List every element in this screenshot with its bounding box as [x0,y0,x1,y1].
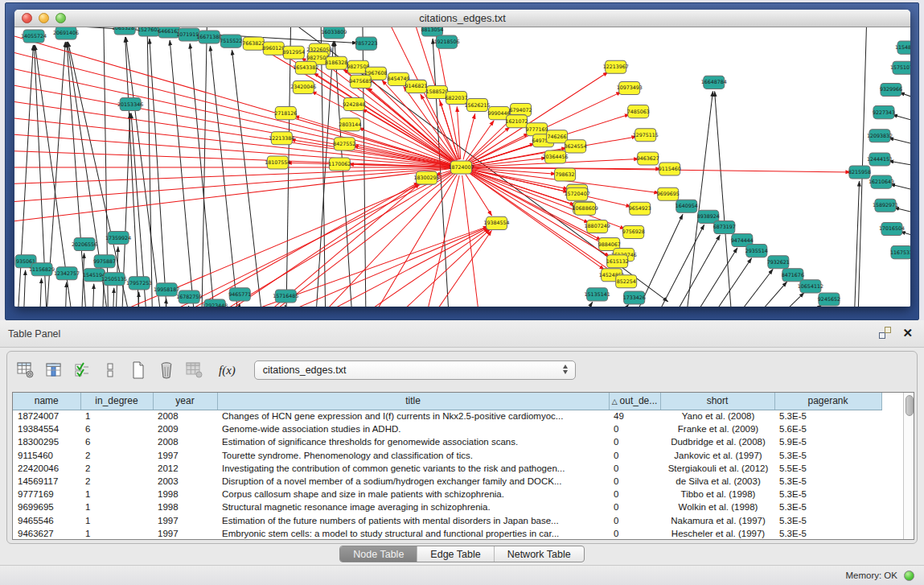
graph-node[interactable]: 16033809 [321,27,347,39]
graph-edge[interactable] [729,282,787,307]
graph-edge[interactable] [765,305,822,307]
graph-edge[interactable] [691,258,752,307]
new-column-icon[interactable] [128,360,149,381]
graph-node[interactable]: 2718126 [274,107,297,120]
graph-edge[interactable] [232,50,265,307]
graph-node[interactable]: 9465771 [228,288,251,301]
column-header-short[interactable]: short [660,393,774,410]
graph-node[interactable]: 9475685 [349,75,372,88]
row-height-icon[interactable] [100,360,121,381]
graph-node[interactable]: 9329966 [880,83,902,96]
graph-node[interactable]: 7663822 [242,37,265,50]
graph-node[interactable]: 10973493 [617,81,643,94]
graph-node[interactable]: 7932621 [767,256,790,269]
graph-node[interactable]: 20691406 [53,27,79,39]
graph-edge[interactable] [889,138,910,149]
graph-node[interactable]: 8813054 [421,27,443,36]
graph-edge[interactable] [889,161,910,169]
graph-node[interactable]: 16782759 [176,290,202,303]
graph-node[interactable]: 9756928 [622,225,645,238]
graph-edge[interactable] [187,306,188,307]
memory-status-icon[interactable] [904,571,914,581]
graph-node[interactable]: 1733426 [623,291,646,304]
column-header-in_degree[interactable]: in_degree [80,393,153,410]
graph-node[interactable]: 18724007 [448,161,474,174]
graph-edge[interactable] [14,168,454,205]
graph-edge[interactable] [112,288,114,307]
network-window-titlebar[interactable]: citations_edges.txt [14,10,910,27]
table-row[interactable]: 2242004622012Investigating the contribut… [13,462,903,475]
graph-edge[interactable] [190,43,217,307]
graph-node[interactable]: 23420046 [290,80,316,93]
delete-column-icon[interactable] [156,360,177,381]
graph-edge[interactable] [893,115,910,126]
graph-node[interactable]: 9115460 [659,163,681,175]
graph-edge[interactable] [466,174,492,216]
graph-edge[interactable] [14,114,454,167]
graph-node[interactable]: 15716485 [273,290,298,303]
graph-node[interactable]: 18807249 [585,220,610,233]
graph-edge[interactable] [467,127,510,163]
graph-edge[interactable] [164,299,166,307]
graph-edge[interactable] [462,175,483,307]
graph-node[interactable]: 6873197 [713,220,736,233]
table-vertical-scrollbar[interactable] [903,393,914,539]
graph-node[interactable]: 1527602 [138,27,160,36]
scrollbar-thumb[interactable] [906,395,914,416]
network-graph[interactable]: 1872400776638228960128891295423226058982… [14,27,910,307]
graph-node[interactable]: 8960128 [262,42,285,55]
graph-node[interactable]: 1167533 [890,246,910,259]
table-mode-icon[interactable] [15,360,36,381]
graph-node[interactable]: 9227343 [873,106,895,119]
graph-node[interactable]: 1621072 [506,115,528,128]
graph-node[interactable]: 16648784 [701,76,727,89]
table-row[interactable]: 1938455462009Genome-wide association stu… [13,422,903,435]
graph-edge[interactable] [715,91,734,307]
graph-edge[interactable] [675,248,737,307]
graph-node[interactable]: 1615132 [606,255,629,268]
graph-edge[interactable] [713,269,773,307]
graph-node[interactable]: 18107554 [265,156,290,169]
table-row[interactable]: 1456911722003Disruption of a novel membe… [13,475,903,488]
table-row[interactable]: 911546021997Tourette syndrome. Phenomeno… [13,449,903,462]
column-header-out_de[interactable]: △out_de... [609,393,660,410]
column-checklist-icon[interactable] [72,360,92,381]
graph-node[interactable]: 9245652 [818,293,840,306]
graph-node[interactable]: 12093832 [867,130,893,142]
graph-node[interactable]: 7515522 [220,35,242,47]
graph-edge[interactable] [564,302,593,307]
graph-node[interactable]: 12342757 [54,267,80,280]
tab-network-table[interactable]: Network Table [495,546,584,562]
graph-node[interactable]: 14055724 [21,30,47,43]
graph-node[interactable]: 12975115 [633,129,659,142]
graph-node[interactable]: 11156829 [29,263,55,276]
graph-node[interactable]: 20364456 [543,150,569,163]
graph-edge[interactable] [410,231,491,307]
graph-edge[interactable] [890,184,910,195]
graph-node[interactable]: 852254 [616,275,637,288]
graph-edge[interactable] [64,282,67,307]
graph-node[interactable]: 8215958 [848,166,871,179]
graph-edge[interactable] [853,181,860,307]
graph-edge[interactable] [466,121,494,161]
graph-node[interactable]: 16671388 [196,31,222,43]
graph-node[interactable]: 15135141 [585,288,610,301]
graph-node[interactable]: 746266 [547,130,568,143]
column-header-pagerank[interactable]: pagerank [774,393,881,410]
graph-edge[interactable] [457,107,461,159]
graph-node[interactable]: 12923448 [202,299,228,307]
graph-edge[interactable] [283,305,285,307]
table-row[interactable]: 946554611997Estimation of the future num… [13,514,903,527]
graph-node[interactable]: 8186328 [325,56,347,69]
graph-node[interactable]: 10653287 [112,27,138,35]
graph-node[interactable]: 798632 [555,168,576,181]
graph-edge[interactable] [23,270,26,307]
function-builder-icon[interactable]: f(x) [219,364,236,377]
graph-node[interactable]: 15720407 [565,187,590,200]
graph-node[interactable]: 9654923 [629,202,651,215]
table-row[interactable]: 977716911998Corpus callosum shape and si… [13,488,903,501]
graph-node[interactable]: 2935514 [745,245,768,257]
graph-edge[interactable] [894,208,910,217]
graph-edge[interactable] [39,278,42,307]
graph-node[interactable]: 9463627 [637,152,659,165]
